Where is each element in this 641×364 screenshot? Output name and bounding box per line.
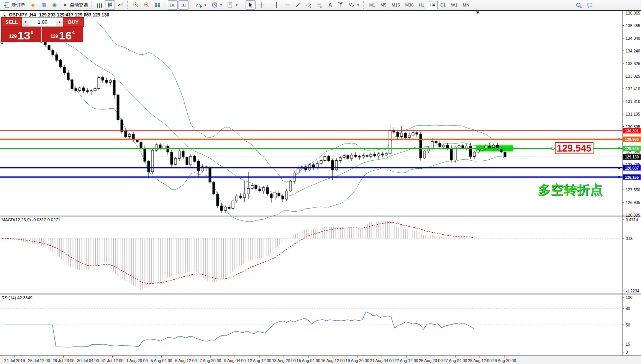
line-chart-button[interactable]	[116, 0, 126, 10]
toolbar-separator	[127, 1, 130, 9]
volume-increase-button[interactable]: ▲	[56, 17, 63, 27]
line-handle[interactable]	[618, 138, 620, 140]
toolbar-separator	[190, 1, 192, 9]
candlestick-button[interactable]	[105, 0, 115, 10]
profiles-button[interactable]: ◆	[28, 0, 38, 10]
main-toolbar: +新订单◆▥◉●自动交易▼▼▼EFAT▼M1M5M15M30H1H4D1W1MN	[0, 0, 641, 10]
label-button[interactable]: T	[336, 0, 346, 10]
collapse-triangle-icon[interactable]: ▲	[3, 13, 7, 17]
chart-shift-marker[interactable]	[476, 11, 479, 14]
trendline-button[interactable]	[293, 0, 303, 10]
buy-price-pips: 16	[59, 31, 72, 41]
turning-point-annotation[interactable]: 多空转折点	[538, 181, 603, 199]
date-axis-label: 1 Aug 20:00	[126, 358, 148, 363]
vertical-line-button[interactable]	[272, 0, 282, 10]
chevron-down-icon: ▼	[235, 3, 238, 7]
rsi-axis-label: 50	[626, 323, 630, 327]
timeframe-m15-button[interactable]: M15	[389, 1, 402, 9]
date-axis-label: 9 Aug 04:00	[224, 358, 246, 363]
chart-header: ▲GBPJPY-,H4129.293 129.417 129.067 129.1…	[3, 12, 109, 18]
timeframe-h4-button[interactable]: H4	[427, 1, 438, 9]
crosshair-button[interactable]	[256, 0, 266, 10]
price-axis-label: 126.935	[626, 200, 640, 205]
bar-chart-button[interactable]	[95, 0, 104, 10]
templates-button[interactable]: ▼	[225, 0, 240, 10]
line-chart-icon	[118, 2, 124, 8]
fibonacci-button[interactable]: F	[315, 0, 325, 10]
price-annotation-box[interactable]: 129.545	[555, 142, 593, 154]
timeframe-m1-button[interactable]: M1	[367, 1, 378, 9]
svg-text:128.166: 128.166	[625, 175, 639, 180]
signals-button[interactable]: ◉	[49, 0, 59, 10]
chevron-down-icon: ▼	[357, 3, 360, 7]
symbol-title: GBPJPY-,H4	[9, 12, 36, 18]
zoom-out-button[interactable]	[142, 0, 152, 10]
buy-price-point: 4	[72, 29, 75, 35]
shapes-button[interactable]: ▼	[347, 0, 362, 10]
zoom-in-icon	[133, 2, 139, 8]
toolbar-separator	[92, 1, 94, 9]
chat-icon[interactable]	[585, 1, 595, 10]
channel-button[interactable]: E	[304, 0, 314, 10]
price-axis-label: 134.840	[626, 36, 640, 41]
volume-input[interactable]	[29, 17, 56, 27]
line-handle[interactable]	[618, 147, 620, 149]
cursor-button[interactable]	[246, 0, 256, 10]
svg-text:F: F	[320, 6, 322, 8]
timeframe-mn-button[interactable]: MN	[460, 1, 472, 9]
date-axis-label: 7 Aug 20:00	[200, 358, 221, 363]
price-tag: 129.986	[623, 137, 641, 142]
date-axis-label: 12 Aug 12:00	[248, 358, 271, 363]
buy-price-display[interactable]: 129 16 4	[42, 27, 83, 42]
timeframe-d1-button[interactable]: D1	[438, 1, 448, 9]
text-button[interactable]: A	[325, 0, 335, 10]
bar-chart-icon	[97, 2, 102, 8]
date-axis-label: 25 Aug 23:00	[419, 358, 443, 363]
chart-shift-button[interactable]	[179, 0, 189, 10]
templates-icon	[227, 2, 233, 8]
tile-windows-button[interactable]	[152, 0, 162, 10]
new-order-icon: +	[4, 2, 10, 8]
auto-scroll-button[interactable]	[168, 0, 178, 10]
date-axis-label: 30 Jul 04:00	[77, 358, 99, 363]
rsi-axis-label: 80	[626, 306, 630, 311]
volume-decrease-button[interactable]: ▼	[22, 17, 29, 27]
auto-scroll-icon	[170, 2, 176, 8]
cursor-icon	[248, 2, 254, 8]
buy-button[interactable]: BUY	[63, 17, 84, 27]
sell-price-display[interactable]: 129 13 0	[1, 27, 42, 42]
charts-button[interactable]: ▥	[39, 0, 49, 10]
candlesticks	[2, 24, 506, 213]
autotrading-icon: ●	[62, 2, 68, 8]
new-order-button[interactable]: +新订单	[2, 0, 27, 10]
rsi-axis-label: 15	[626, 342, 630, 346]
autotrading-button[interactable]: ●自动交易	[60, 0, 90, 10]
svg-text:130.391: 130.391	[625, 129, 639, 133]
text-icon: A	[327, 2, 333, 8]
sell-button[interactable]: SELL	[1, 17, 22, 27]
indicators-icon	[196, 2, 202, 8]
timeframe-m30-button[interactable]: M30	[403, 1, 416, 9]
price-axis-label: 134.240	[626, 49, 640, 53]
buy-price-base: 129	[51, 34, 58, 39]
indicators-button[interactable]: ▼	[194, 0, 209, 10]
zoom-in-button[interactable]	[131, 0, 141, 10]
line-handle[interactable]	[618, 176, 620, 178]
trendline-icon	[295, 2, 301, 8]
timeframe-w1-button[interactable]: W1	[448, 1, 460, 9]
periods-button[interactable]: ▼	[210, 0, 225, 10]
timeframe-h1-button[interactable]: H1	[416, 1, 427, 9]
chart-area[interactable]: 0.47140.00-1.22341008050150136.055135.45…	[0, 10, 641, 364]
annotation-handle[interactable]	[552, 147, 554, 150]
price-tag: 128.607	[623, 165, 641, 171]
search-icon[interactable]	[574, 1, 584, 10]
date-axis-label: 28 Jul 23:00	[52, 358, 74, 363]
svg-text:128.607: 128.607	[625, 166, 639, 170]
macd-axis-label: 0.00	[626, 236, 634, 241]
macd-indicator-label: MACD(12,26,9) -0.0312 0.0271	[2, 217, 60, 222]
timeframe-m5-button[interactable]: M5	[378, 1, 389, 9]
svg-text:129.130: 129.130	[625, 155, 639, 159]
rsi-indicator-label: RSI(14) 42.3349	[2, 295, 33, 300]
line-handle[interactable]	[618, 167, 620, 169]
horizontal-line-button[interactable]	[282, 0, 292, 10]
